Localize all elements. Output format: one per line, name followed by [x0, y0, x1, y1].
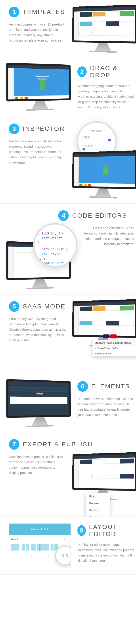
preset-2col[interactable]: [21, 544, 30, 551]
title-code-editors: CODE EDITORS: [72, 212, 127, 219]
angle-label: Angle: [82, 135, 90, 138]
desc-drag-drop: Whether dragging elements around, resizi…: [77, 83, 134, 110]
badge-3: 3: [9, 124, 19, 134]
section-saas: 5 SAAS MODE Earn money with fully integr…: [0, 294, 136, 374]
ctx-edit[interactable]: Edit: [86, 493, 110, 500]
monitor-mockup: [6, 62, 71, 111]
title-drag-drop: DRAG & DROP: [90, 64, 134, 79]
check-icon: ✓: [95, 347, 97, 350]
desc-templates: Architect comes with over 20 pre-built t…: [9, 22, 66, 43]
shadows-label: shadows: [82, 129, 111, 132]
gear-icon[interactable]: ⚙ ⇅: [64, 538, 68, 541]
monitor-mockup: [72, 150, 136, 199]
title-saas: SAAS MODE: [23, 303, 66, 310]
chrome-icon: [15, 97, 18, 100]
monitor-mockup: [72, 5, 136, 53]
desc-elements: Use one of over 40 elements included wit…: [77, 396, 134, 418]
ctx-preview[interactable]: Preview: [86, 500, 110, 507]
plan-feature: 500MB Storage: [92, 351, 136, 356]
badge-8: 8: [77, 525, 86, 536]
desc-code-editors: Easily add custom CSS and Javascript cod…: [77, 226, 134, 247]
gmail-icon: [88, 184, 91, 188]
badge-2: 2: [77, 66, 87, 77]
visa-icon: [103, 334, 109, 338]
drive-icon: [84, 184, 87, 188]
chrome-icon: [79, 184, 82, 187]
desc-inspector: Easily and visually modify style of all …: [9, 138, 66, 165]
page-num[interactable]: 5: [48, 555, 49, 558]
badge-7: 7: [9, 439, 19, 450]
plan-feature: ✓Drag & Drop Builder: [92, 346, 136, 351]
title-elements: ELEMENTS: [91, 383, 130, 390]
distance-slider[interactable]: [82, 149, 111, 150]
gear-icon[interactable]: ⚙: [62, 554, 65, 558]
badge-5: 5: [9, 301, 19, 312]
welcome-banner: Welcome To Pratt: [9, 524, 70, 535]
layout-editor-mockup: Welcome To Pratt Row 1 ⚙ ⇅ 2 3 4 5 ⚙ ⇅: [9, 524, 71, 568]
section-code-editors: 4 CODE EDITORS ,h2,h3,h4,h5 { font-weigh…: [0, 204, 136, 294]
drive-icon: [20, 97, 23, 100]
desc-export: Download whole project, publish it to a …: [9, 454, 66, 476]
preset-3col[interactable]: [31, 544, 40, 551]
section-export: 7 EXPORT & PUBLISH Download whole projec…: [0, 432, 136, 517]
page-num[interactable]: 4: [42, 555, 43, 558]
ctx-publish[interactable]: Publish: [86, 507, 110, 514]
title-templates: TEMPLATES: [23, 8, 65, 16]
distance-label: Distance: [82, 144, 94, 148]
page-num[interactable]: 2: [31, 555, 32, 558]
desc-saas: Earn money with fully integrated premium…: [9, 316, 66, 343]
title-layout-editor: LAYOUT EDITOR: [89, 524, 134, 538]
code-callout: ,h2,h3,h4,h5 { font-weight: 500 } .unsty…: [33, 223, 77, 268]
title-inspector: INSPECTOR: [23, 125, 65, 132]
plan-tooltip: Standard Plan: 6 months subsc ✓Drag & Dr…: [92, 340, 136, 356]
section-elements: 6 ELEMENTS Use one of over 40 elements i…: [0, 374, 136, 432]
badge-1: 1: [9, 7, 19, 17]
section-drag-drop: 2 DRAG & DROP Whether dragging elements …: [0, 58, 136, 117]
monitor-mockup: [6, 379, 71, 428]
badge-4: 4: [58, 210, 69, 221]
badge-6: 6: [77, 381, 88, 392]
mastercard-icon: [110, 334, 117, 338]
plan-head: Standard Plan: 6 months subsc: [92, 340, 136, 346]
section-inspector: 3 INSPECTOR Easily and visually modify s…: [0, 117, 136, 204]
row-label: Row 1: [11, 538, 18, 541]
preset-1col[interactable]: [11, 544, 20, 551]
context-menu: Edit Preview Publish Delete: [86, 493, 110, 517]
ctx-delete[interactable]: Delete: [86, 514, 110, 517]
desc-layout-editor: Use layout editor to manage containers, …: [77, 542, 134, 564]
angle-slider[interactable]: [82, 140, 111, 140]
page-num[interactable]: 3: [36, 555, 38, 558]
section-layout-editor: Welcome To Pratt Row 1 ⚙ ⇅ 2 3 4 5 ⚙ ⇅ 8…: [0, 517, 136, 575]
section-templates: 1 TEMPLATES Architect comes with over 20…: [0, 0, 136, 58]
payment-cards: [103, 334, 117, 338]
title-export: EXPORT & PUBLISH: [23, 441, 93, 448]
preset-4col[interactable]: [40, 544, 49, 551]
move-icon[interactable]: ⇅: [66, 554, 68, 558]
gmail-icon: [25, 97, 28, 100]
